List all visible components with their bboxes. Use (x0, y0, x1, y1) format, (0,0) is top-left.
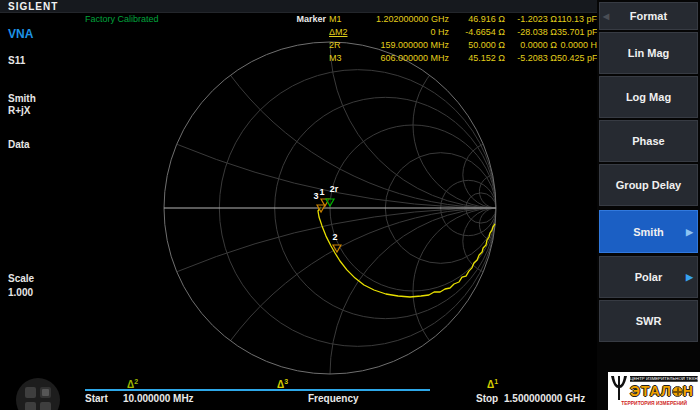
svg-text:2r: 2r (330, 184, 339, 194)
marker-freq: 1.202000000 GHz (361, 13, 449, 26)
marker-row-m3: M3 606.000000 MHz 45.152 Ω -5.2083 Ω 50.… (237, 52, 597, 65)
marker-table: Marker M1 1.202000000 GHz 46.916 Ω -1.20… (237, 13, 597, 65)
menu-item-swr[interactable]: SWR (599, 300, 698, 342)
marker-name[interactable]: 2R (329, 39, 361, 52)
start-label: Start (85, 393, 108, 404)
marker-row-m1: Marker M1 1.202000000 GHz 46.916 Ω -1.20… (237, 13, 597, 26)
marker-resistance: 50.000 Ω (449, 39, 505, 52)
axis-marker-3-icon[interactable]: Δ3 (277, 376, 288, 390)
marker-reactance: 0.0000 Ω (505, 39, 557, 52)
marker-freq: 0 Hz (361, 26, 449, 39)
sweep-type-label: Frequency (308, 393, 359, 404)
marker-freq: 606.000000 MHz (361, 52, 449, 65)
etalon-watermark: ЦЕНТР ИЗМЕРИТЕЛЬНОЙ ТЕХНИКИ ЭТАЛН ТЕРРИТ… (608, 372, 700, 410)
menu-item-format[interactable]: ◀ Format (599, 2, 698, 30)
watermark-line2: ТЕРРИТОРИЯ ИЗМЕРЕНИЙ (608, 401, 700, 406)
marker-resistance: -4.6654 Ω (449, 26, 505, 39)
vna-screen: SIGLENT Factory Calibrated VNA S11 Smith… (0, 0, 700, 410)
etalon-logo-icon (610, 375, 628, 401)
marker-reactance: -1.2023 Ω (505, 13, 557, 26)
marker-capacitance: 50.425 pF (557, 52, 597, 65)
svg-text:1: 1 (320, 187, 325, 197)
globe-icon (672, 386, 683, 397)
watermark-line1: ЦЕНТР ИЗМЕРИТЕЛЬНОЙ ТЕХНИКИ (630, 376, 698, 382)
marker-resistance: 45.152 Ω (449, 52, 505, 65)
marker-reactance: -28.038 Ω (505, 26, 557, 39)
marker-reactance: -5.2083 Ω (505, 52, 557, 65)
svg-text:3: 3 (314, 191, 319, 201)
grid-icon (40, 387, 51, 398)
marker-capacitance: 0.0000 H (557, 39, 597, 52)
marker-freq: 159.000000 MHz (361, 39, 449, 52)
menu-item-log-mag[interactable]: Log Mag (599, 76, 698, 118)
menu-item-group-delay[interactable]: Group Delay (599, 164, 698, 206)
marker-name[interactable]: ΔM2 (329, 26, 361, 39)
watermark-brand: ЭТАЛН (630, 383, 694, 399)
stop-frequency-value[interactable]: 1.500000000 GHz (504, 393, 585, 404)
stop-label: Stop (476, 393, 498, 404)
grid-icon (25, 402, 36, 410)
start-frequency-value[interactable]: 10.000000 MHz (123, 393, 194, 404)
marker-name[interactable]: M3 (329, 52, 361, 65)
axis-marker-1-icon[interactable]: Δ1 (487, 376, 498, 390)
marker-row-m2: ΔM2 0 Hz -4.6654 Ω -28.038 Ω 35.701 pF (237, 26, 597, 39)
menu-item-lin-mag[interactable]: Lin Mag (599, 32, 698, 74)
marker-capacitance: 110.13 pF (557, 13, 597, 26)
marker-row-2r: 2R 159.000000 MHz 50.000 Ω 0.0000 Ω 0.00… (237, 39, 597, 52)
grid-icon (25, 387, 36, 398)
submenu-arrow-icon: ▶ (686, 227, 693, 237)
softkey-menu: ◀ Format Lin Mag Log Mag Phase Group Del… (597, 0, 700, 410)
menu-item-smith[interactable]: Smith ▶ (599, 210, 698, 253)
menu-item-phase[interactable]: Phase (599, 120, 698, 162)
submenu-arrow-icon: ▶ (686, 272, 693, 282)
svg-text:2: 2 (332, 232, 337, 242)
axis-marker-2-icon[interactable]: Δ2 (127, 376, 138, 390)
grid-icon (40, 402, 51, 410)
marker-capacitance: 35.701 pF (557, 26, 597, 39)
marker-table-title: Marker (237, 13, 329, 26)
marker-name[interactable]: M1 (329, 13, 361, 26)
menu-item-polar[interactable]: Polar ▶ (599, 256, 698, 298)
marker-resistance: 46.916 Ω (449, 13, 505, 26)
back-arrow-icon: ◀ (603, 12, 609, 21)
